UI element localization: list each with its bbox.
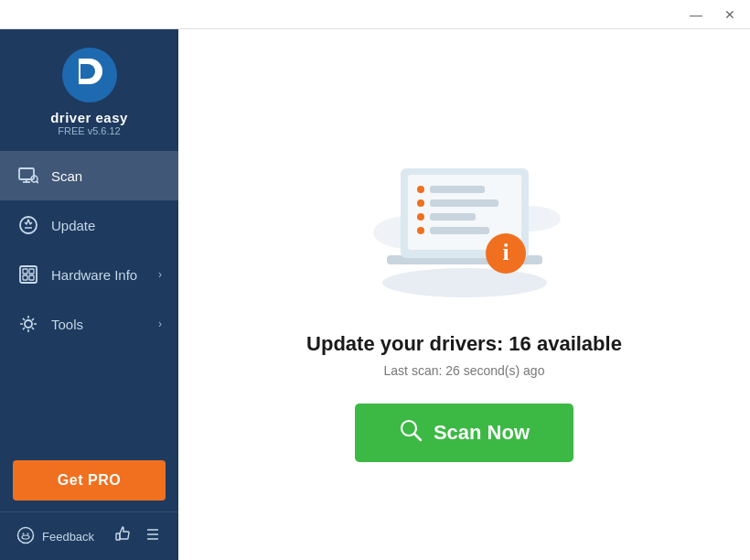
scan-now-button[interactable]: Scan Now [355,404,573,462]
nav-items: Scan Update [0,151,178,449]
app-window: — ✕ driver easy FREE v5.6.12 [0,0,750,560]
tools-chevron: › [158,318,162,330]
sidebar: driver easy FREE v5.6.12 S [0,29,178,560]
title-bar: — ✕ [0,0,750,29]
scan-label: Scan [51,168,162,184]
list-icon[interactable] [144,525,162,547]
svg-point-17 [27,533,29,534]
hardware-info-label: Hardware Info [51,267,158,283]
feedback-label: Feedback [42,530,94,544]
svg-rect-29 [430,186,485,193]
svg-rect-10 [29,269,34,274]
main-title: Update your drivers: 16 available [306,332,622,356]
svg-rect-35 [430,227,489,234]
sidebar-item-hardware-info[interactable]: Hardware Info › [0,250,178,299]
svg-line-5 [37,181,38,183]
scan-now-label: Scan Now [434,421,530,445]
sidebar-item-scan[interactable]: Scan [0,151,178,200]
svg-rect-12 [29,275,34,280]
sidebar-bottom-icons [114,525,162,547]
svg-point-32 [417,213,424,221]
logo-version: FREE v5.6.12 [58,125,120,136]
svg-point-15 [22,535,29,539]
scan-icon [16,164,40,188]
scan-now-icon [399,418,423,447]
svg-point-13 [25,320,32,328]
sidebar-item-update[interactable]: Update [0,200,178,250]
tools-icon [16,312,40,336]
tools-label: Tools [51,317,158,332]
logo-area: driver easy FREE v5.6.12 [0,29,178,151]
svg-point-16 [23,533,25,534]
hardware-info-chevron: › [158,268,162,281]
sub-title: Last scan: 26 second(s) ago [384,363,545,378]
minimize-button[interactable]: — [684,5,708,24]
logo-icon [60,46,119,104]
content-area: i Update your drivers: 16 available Last… [178,29,750,560]
svg-rect-11 [23,275,27,280]
update-icon [16,213,40,237]
svg-rect-31 [430,199,498,207]
svg-point-28 [417,186,424,193]
close-button[interactable]: ✕ [719,5,741,24]
svg-rect-18 [116,533,120,540]
feedback-area[interactable]: Feedback [16,526,94,547]
main-area: driver easy FREE v5.6.12 S [0,29,750,560]
thumbup-icon[interactable] [114,525,133,547]
update-label: Update [51,218,162,233]
svg-line-39 [414,434,421,440]
feedback-icon [16,526,35,547]
get-pro-button[interactable]: Get PRO [13,460,166,501]
illustration: i [337,127,593,310]
svg-point-30 [417,199,424,207]
sidebar-item-tools[interactable]: Tools › [0,299,178,349]
hardware-icon [16,263,40,286]
svg-rect-9 [23,269,27,274]
svg-point-34 [417,227,424,234]
sidebar-bottom: Feedback [0,512,178,560]
svg-rect-33 [430,213,476,221]
svg-text:i: i [502,239,509,265]
svg-point-22 [382,268,547,297]
logo-name: driver easy [50,110,128,125]
